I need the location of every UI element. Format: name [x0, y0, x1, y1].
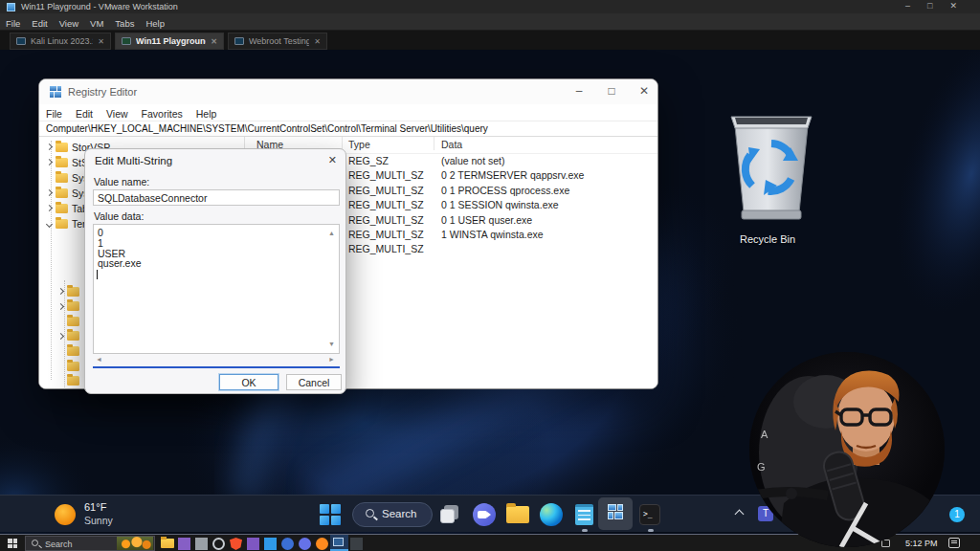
scroll-right-icon[interactable]: ► [328, 356, 335, 363]
value-data: 0 1 USER quser.exe [441, 214, 532, 226]
vmware-workstation-icon[interactable] [330, 535, 348, 551]
regedit-menu-edit[interactable]: Edit [69, 106, 100, 120]
vm-tab-kali-linux-2023-1[interactable]: Kali Linux 2023.1✕ [10, 33, 111, 50]
regedit-menu-file[interactable]: File [39, 106, 69, 120]
vmware-menu-tabs[interactable]: Tabs [109, 15, 140, 29]
chevron-right-icon[interactable] [57, 303, 64, 310]
column-header-data[interactable]: Data [441, 139, 462, 150]
notification-count-badge[interactable]: 1 [949, 507, 965, 522]
vm-tab-win11-playground[interactable]: Win11 Playground✕ [115, 33, 224, 50]
tree-item[interactable] [58, 329, 79, 343]
host-start-button[interactable] [8, 539, 17, 548]
edge-button[interactable] [540, 503, 563, 526]
app-purple-icon[interactable] [247, 538, 259, 550]
tree-item[interactable] [58, 299, 79, 314]
vm-tab-webroot-testing[interactable]: Webroot Testing✕ [228, 33, 327, 50]
scroll-up-icon[interactable]: ▲ [328, 230, 335, 236]
visual-studio-icon[interactable] [178, 538, 190, 550]
scroll-down-icon[interactable]: ▼ [328, 341, 335, 347]
app-violet-circle-icon[interactable] [299, 538, 311, 550]
chevron-right-icon[interactable] [57, 288, 64, 295]
value-type: REG_MULTI_SZ [348, 169, 424, 181]
tree-item[interactable] [58, 284, 79, 298]
regedit-address-bar[interactable]: Computer\HKEY_LOCAL_MACHINE\SYSTEM\Curre… [39, 121, 657, 137]
terminal-button[interactable]: >_ [639, 503, 662, 526]
scroll-left-icon[interactable]: ◄ [96, 356, 102, 363]
task-view-button[interactable] [440, 503, 463, 526]
weather-sun-icon[interactable] [55, 504, 76, 525]
file-explorer-button[interactable] [506, 503, 529, 526]
file-explorer-icon[interactable] [161, 539, 174, 548]
value-name-field[interactable]: SQLDatabaseConnector [93, 189, 340, 206]
column-header-type[interactable]: Type [348, 139, 370, 150]
action-center-icon[interactable] [948, 538, 960, 548]
vmware-logo-icon [333, 538, 344, 546]
folder-icon [56, 204, 68, 213]
regedit-menu-help[interactable]: Help [189, 106, 224, 120]
tree-item[interactable] [58, 388, 79, 389]
tree-item[interactable] [58, 343, 79, 358]
tree-item[interactable] [58, 359, 79, 373]
host-tray-icon[interactable] [881, 540, 890, 547]
minimize-icon[interactable]: – [905, 1, 927, 11]
regedit-close-icon[interactable]: ✕ [636, 84, 652, 98]
value-data: 1 WINSTA qwinsta.exe [441, 229, 544, 240]
close-tab-icon[interactable]: ✕ [211, 37, 217, 46]
vmware-menu-help[interactable]: Help [140, 15, 170, 29]
regedit-menu-favorites[interactable]: Favorites [135, 106, 189, 120]
regedit-maximize-icon[interactable]: □ [604, 84, 619, 98]
tree-item-sys[interactable]: Sys [47, 186, 89, 200]
value-data-textarea[interactable]: 0 1 USER quser.exe [93, 224, 340, 354]
restore-icon[interactable]: □ [927, 1, 949, 11]
vmware-menu-edit[interactable]: Edit [26, 15, 53, 29]
close-icon[interactable]: ✕ [949, 1, 974, 11]
close-tab-icon[interactable]: ✕ [314, 37, 321, 46]
notepad-button[interactable] [573, 503, 596, 526]
app-gray-icon[interactable] [195, 538, 208, 550]
vmware-menu-vm[interactable]: VM [84, 15, 109, 29]
regedit-window-title: Registry Editor [68, 86, 137, 98]
tree-item[interactable] [58, 374, 79, 388]
tree-item[interactable] [58, 314, 79, 328]
app-dark-icon[interactable] [350, 538, 363, 550]
value-data: (value not set) [441, 155, 505, 166]
close-tab-icon[interactable]: ✕ [98, 37, 104, 46]
weather-temperature[interactable]: 61°F [84, 501, 106, 513]
vmware-window-controls[interactable]: –□✕ [905, 1, 974, 11]
ok-button[interactable]: OK [219, 374, 278, 390]
start-button[interactable] [320, 504, 341, 525]
shield-app-icon[interactable] [230, 538, 242, 550]
regedit-menu-view[interactable]: View [100, 106, 135, 120]
search-highlight-image[interactable] [117, 537, 153, 550]
regedit-titlebar[interactable]: Registry Editor – □ ✕ [39, 79, 657, 104]
dialog-close-icon[interactable]: ✕ [328, 154, 337, 166]
column-separator[interactable] [434, 137, 434, 150]
cancel-button[interactable]: Cancel [286, 374, 342, 390]
tree-item-ter[interactable]: Ter [47, 217, 86, 231]
tree-item-tab[interactable]: Tab [47, 201, 88, 215]
host-clock[interactable]: 5:12 PM [905, 539, 938, 548]
chevron-right-icon[interactable] [46, 189, 53, 196]
tray-chevron-up-icon[interactable] [735, 510, 745, 519]
dialog-title: Edit Multi-String [95, 155, 172, 166]
chat-button[interactable] [473, 503, 496, 526]
regedit-minimize-icon[interactable]: – [571, 84, 587, 98]
host-search-box[interactable]: Search [25, 536, 155, 551]
tree-item-sts[interactable]: StS [47, 155, 88, 169]
app-ring-icon[interactable] [212, 538, 225, 550]
taskbar-search[interactable]: Search [352, 502, 433, 527]
app-blue-circle-icon[interactable] [281, 538, 294, 550]
chevron-right-icon[interactable] [46, 159, 53, 165]
weather-condition[interactable]: Sunny [84, 515, 113, 526]
chevron-right-icon[interactable] [46, 205, 53, 211]
chevron-down-icon[interactable] [46, 220, 53, 227]
vmware-menu-file[interactable]: File [0, 15, 26, 29]
firefox-icon[interactable] [316, 538, 328, 550]
vscode-icon[interactable] [264, 538, 277, 550]
folder-icon [56, 219, 68, 229]
chevron-right-icon[interactable] [57, 333, 64, 340]
vmware-menu-view[interactable]: View [54, 15, 84, 29]
chevron-right-icon[interactable] [46, 143, 53, 150]
recycle-bin-shortcut[interactable]: Recycle Bin [718, 105, 817, 247]
tree-item-sys[interactable]: Sys [47, 170, 89, 185]
